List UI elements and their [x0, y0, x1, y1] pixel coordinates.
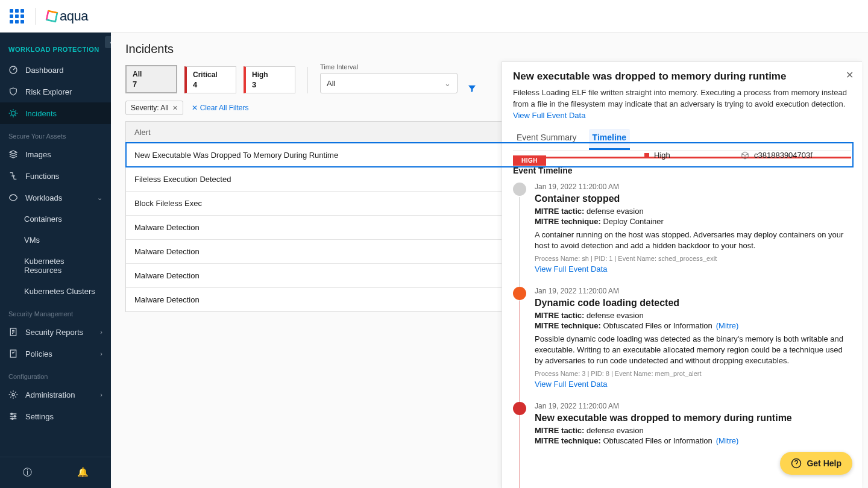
close-icon[interactable]: ✕ [846, 69, 854, 81]
sliders-icon [8, 411, 18, 421]
alert-text: Malware Detection [134, 247, 200, 256]
view-full-event-link[interactable]: View Full Event Data [535, 264, 848, 274]
nav-label: Risk Explorer [25, 87, 72, 96]
mitre-technique: MITRE technique: Deploy Container [535, 217, 848, 226]
nav-policies[interactable]: Policies › [0, 343, 111, 364]
filter-icon[interactable] [467, 84, 477, 93]
nav-images[interactable]: Images [0, 143, 111, 165]
close-icon: ✕ [192, 104, 198, 112]
nav-label: Containers [24, 214, 62, 224]
timeline-dot [513, 287, 526, 300]
svg-rect-3 [10, 350, 16, 357]
stat-value: 7 [133, 80, 170, 89]
event-title: Container stopped [535, 193, 848, 204]
nav-label: Workloads [25, 193, 62, 202]
get-help-label: Get Help [807, 458, 841, 468]
get-help-button[interactable]: Get Help [780, 452, 852, 475]
nav-k8s-clusters[interactable]: Kubernetes Clusters [0, 281, 111, 302]
nav-label: Dashboard [25, 66, 64, 75]
divider [35, 8, 36, 25]
filter-chip-severity[interactable]: Severity: All ✕ [125, 101, 183, 115]
nav-incidents[interactable]: Incidents [0, 102, 111, 124]
view-full-event-link[interactable]: View Full Event Data [513, 111, 585, 120]
event-description: Possible dynamic code loading was detect… [535, 334, 848, 367]
stat-label: Critical [193, 70, 230, 79]
nav-containers[interactable]: Containers [0, 208, 111, 230]
alert-text: Malware Detection [134, 223, 200, 232]
source-text: c381883904703f [754, 151, 813, 160]
bell-icon[interactable]: 🔔 [77, 467, 89, 478]
chevron-right-icon: › [100, 328, 102, 336]
bug-icon [8, 108, 18, 118]
gear-icon [8, 390, 18, 399]
nav-label: Policies [25, 349, 52, 358]
incident-detail-panel: ✕ New executable was dropped to memory d… [502, 61, 862, 488]
chevron-down-icon: ⌄ [97, 194, 102, 202]
mitre-tactic: MITRE tactic: defense evasion [535, 426, 848, 435]
sidebar: ‹ WORKLOAD PROTECTION Dashboard Risk Exp… [0, 33, 111, 488]
svg-point-4 [12, 393, 14, 396]
nav-functions[interactable]: Functions [0, 165, 111, 187]
brand-name: aqua [60, 8, 88, 24]
nav-risk-explorer[interactable]: Risk Explorer [0, 81, 111, 102]
severity-text: High [654, 151, 670, 160]
nav-workloads[interactable]: Workloads ⌄ [0, 187, 111, 208]
nav-vms[interactable]: VMs [0, 230, 111, 251]
nav-k8s-resources[interactable]: Kubernetes Resources [0, 251, 111, 281]
sidebar-section-header: WORKLOAD PROTECTION [0, 39, 111, 59]
alert-text: Block Fileless Exec [134, 199, 202, 208]
clear-filters-label: Clear All Filters [200, 104, 249, 112]
stat-label: High [252, 70, 289, 79]
apps-grid-icon[interactable] [10, 9, 24, 23]
time-interval-select[interactable]: All ⌄ [320, 73, 458, 93]
layers-icon [8, 149, 18, 159]
workload-icon [8, 193, 18, 202]
policy-icon [8, 349, 18, 358]
chip-remove-icon[interactable]: ✕ [172, 104, 178, 112]
nav-label: Kubernetes Clusters [24, 287, 95, 296]
info-icon[interactable]: ⓘ [23, 467, 32, 478]
nav-label: Settings [25, 412, 54, 421]
svg-point-1 [11, 111, 16, 116]
nav-settings[interactable]: Settings [0, 405, 111, 427]
clear-filters-link[interactable]: ✕ Clear All Filters [192, 104, 249, 112]
shield-icon [8, 87, 18, 96]
event-timeline[interactable]: Jan 19, 2022 11:20:00 AM Container stopp… [513, 183, 851, 488]
event-description: A container running on the host was stop… [535, 230, 848, 251]
timeline-dot [513, 183, 526, 196]
nav-label: Security Reports [25, 328, 83, 337]
svg-point-5 [11, 413, 13, 415]
nav-label: VMs [24, 236, 40, 245]
mitre-link[interactable]: (Mitre) [716, 321, 739, 330]
section-config: Configuration [0, 364, 111, 384]
stat-critical[interactable]: Critical 4 [184, 66, 236, 93]
stat-value: 4 [193, 80, 230, 89]
event-process-info: Process Name: sh | PID: 1 | Event Name: … [535, 255, 848, 262]
page-title: Incidents [111, 33, 868, 63]
nav-administration[interactable]: Administration › [0, 384, 111, 405]
chevron-down-icon: ⌄ [444, 79, 451, 88]
stat-all[interactable]: All 7 [125, 65, 177, 93]
nav-security-reports[interactable]: Security Reports › [0, 321, 111, 343]
nav-dashboard[interactable]: Dashboard [0, 59, 111, 81]
nav-label: Incidents [25, 109, 57, 118]
main-content: Incidents All 7 Critical 4 High 3 Time I… [111, 33, 868, 488]
brand-logo: aqua [46, 10, 88, 22]
timeline-item: Jan 19, 2022 11:20:00 AM New executable … [513, 402, 848, 446]
mitre-link[interactable]: (Mitre) [716, 436, 739, 445]
event-title: New executable was dropped to memory dur… [535, 413, 848, 424]
event-process-info: Process Name: 3 | PID: 8 | Event Name: m… [535, 370, 848, 377]
alert-text: Malware Detection [134, 271, 200, 280]
event-time: Jan 19, 2022 11:20:00 AM [535, 287, 848, 295]
stat-high[interactable]: High 3 [244, 66, 295, 93]
table-row[interactable]: New Executable Was Dropped To Memory Dur… [126, 143, 853, 167]
panel-description: Fileless Loading ELF file written straig… [513, 87, 851, 122]
event-time: Jan 19, 2022 11:20:00 AM [535, 183, 848, 191]
view-full-event-link[interactable]: View Full Event Data [535, 380, 848, 389]
help-icon [791, 458, 802, 469]
cube-icon [741, 151, 749, 160]
alert-text: Malware Detection [134, 295, 200, 304]
alert-text: New Executable Was Dropped To Memory Dur… [134, 151, 338, 160]
nav-label: Functions [25, 172, 59, 181]
mitre-tactic: MITRE tactic: defense evasion [535, 311, 848, 320]
